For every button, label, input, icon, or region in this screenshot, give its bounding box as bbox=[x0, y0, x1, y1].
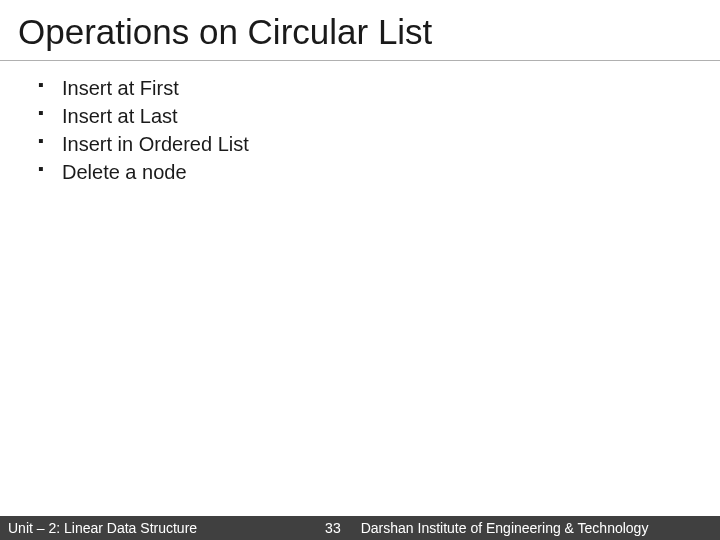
list-item: Insert at First bbox=[36, 75, 684, 101]
list-item: Delete a node bbox=[36, 159, 684, 185]
footer-institute: Darshan Institute of Engineering & Techn… bbox=[361, 520, 712, 536]
slide-title: Operations on Circular List bbox=[0, 0, 720, 61]
bullet-list: Insert at First Insert at Last Insert in… bbox=[36, 75, 684, 185]
slide: Operations on Circular List Insert at Fi… bbox=[0, 0, 720, 540]
list-item: Insert at Last bbox=[36, 103, 684, 129]
footer-page-number: 33 bbox=[197, 520, 361, 536]
footer-unit: Unit – 2: Linear Data Structure bbox=[8, 520, 197, 536]
content-area: Insert at First Insert at Last Insert in… bbox=[0, 75, 720, 185]
list-item: Insert in Ordered List bbox=[36, 131, 684, 157]
footer: Unit – 2: Linear Data Structure 33 Darsh… bbox=[0, 516, 720, 540]
